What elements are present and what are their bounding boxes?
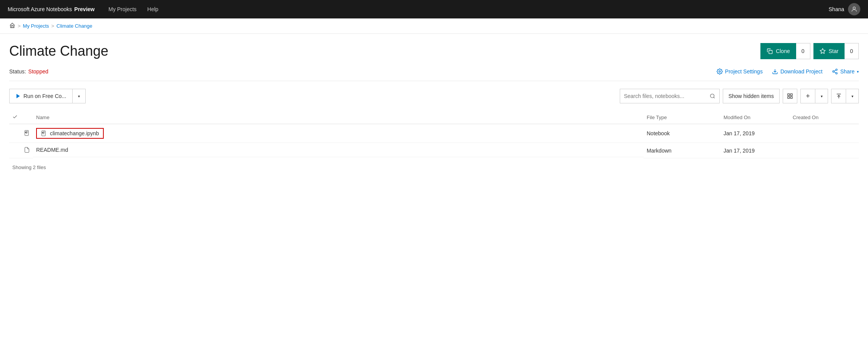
search-input[interactable] <box>624 93 707 99</box>
clone-button[interactable]: Clone <box>760 43 796 59</box>
avatar[interactable] <box>848 3 860 15</box>
show-hidden-button[interactable]: Show hidden items <box>723 89 780 103</box>
row1-modified: Jan 17, 2019 <box>720 124 790 143</box>
settings-icon <box>717 68 723 75</box>
breadcrumb: > My Projects > Climate Change <box>0 18 868 34</box>
star-count: 0 <box>845 43 859 59</box>
notebook-icon <box>24 130 30 136</box>
view-toggle-button[interactable] <box>783 89 797 103</box>
home-icon <box>9 22 15 28</box>
status-label: Status: <box>9 68 26 75</box>
share-link[interactable]: Share ▾ <box>832 68 859 75</box>
project-settings-link[interactable]: Project Settings <box>717 68 763 75</box>
topnav-user: Shana <box>829 3 860 15</box>
search-box[interactable] <box>620 89 720 103</box>
status-value: Stopped <box>28 68 48 75</box>
row1-filename: climatechange.ipynb <box>50 130 99 136</box>
svg-point-6 <box>833 71 834 72</box>
username: Shana <box>829 6 844 12</box>
svg-rect-13 <box>788 94 790 96</box>
svg-line-12 <box>714 97 715 98</box>
add-dropdown-button[interactable]: ▾ <box>815 89 828 103</box>
download-project-label: Download Project <box>780 68 823 75</box>
file-footer: Showing 2 files <box>9 158 859 176</box>
search-icon <box>710 93 715 99</box>
breadcrumb-my-projects[interactable]: My Projects <box>23 23 49 29</box>
svg-marker-10 <box>17 95 20 98</box>
check-icon <box>12 114 18 120</box>
upload-dropdown-button[interactable]: ▾ <box>846 89 859 103</box>
add-split-button: + ▾ <box>800 89 828 103</box>
clone-count: 0 <box>796 43 810 59</box>
add-button[interactable]: + <box>800 89 815 103</box>
title-row: Climate Change Clone 0 Star 0 <box>9 43 859 59</box>
col-name-header: Name <box>33 111 644 124</box>
svg-rect-23 <box>42 131 45 136</box>
star-icon <box>820 48 826 54</box>
svg-rect-18 <box>25 130 28 135</box>
status-info: Status: Stopped <box>9 68 48 75</box>
col-modified-header: Modified On <box>720 111 790 124</box>
clone-icon <box>767 48 773 54</box>
col-filetype-header: File Type <box>644 111 720 124</box>
download-project-link[interactable]: Download Project <box>772 68 823 75</box>
topnav: Microsoft Azure Notebooks Preview My Pro… <box>0 0 868 18</box>
star-button[interactable]: Star <box>813 43 845 59</box>
svg-rect-14 <box>790 94 792 96</box>
svg-point-0 <box>853 7 855 9</box>
project-settings-label: Project Settings <box>725 68 763 75</box>
share-icon <box>832 68 838 75</box>
row2-created <box>790 143 859 158</box>
run-button[interactable]: Run on Free Co... <box>9 89 73 103</box>
run-chevron-icon: ▾ <box>78 94 80 98</box>
row2-filename: README.md <box>36 147 68 153</box>
row1-name: climatechange.ipynb <box>33 124 644 143</box>
share-label: Share <box>840 68 855 75</box>
svg-point-11 <box>710 94 714 98</box>
nav-my-projects[interactable]: My Projects <box>108 6 136 12</box>
breadcrumb-home[interactable] <box>9 22 15 30</box>
download-icon <box>772 68 778 75</box>
table-row[interactable]: climatechange.ipynb Notebook Jan 17, 201… <box>9 124 859 143</box>
notebook-file-icon <box>41 130 47 136</box>
toolbar-left: Run on Free Co... ▾ <box>9 89 86 103</box>
col-created-header: Created On <box>790 111 859 124</box>
breadcrumb-sep-1: > <box>18 23 21 29</box>
title-actions: Clone 0 Star 0 <box>760 43 859 59</box>
breadcrumb-sep-2: > <box>51 23 55 29</box>
user-icon <box>851 6 858 13</box>
file-table: Name File Type Modified On Created On <box>9 111 859 158</box>
file-icon <box>24 147 30 153</box>
brand-preview: Preview <box>74 6 95 12</box>
play-icon <box>16 94 20 98</box>
row2-filetype: Markdown <box>644 143 720 158</box>
upload-button[interactable] <box>831 89 846 103</box>
status-row: Status: Stopped Project Settings Downloa… <box>9 68 859 81</box>
page-title: Climate Change <box>9 43 108 59</box>
svg-point-3 <box>719 71 720 72</box>
svg-rect-1 <box>769 50 772 54</box>
upload-chevron-icon: ▾ <box>851 94 853 98</box>
main-content: Climate Change Clone 0 Star 0 Status: St… <box>0 34 868 183</box>
run-label: Run on Free Co... <box>23 93 66 99</box>
svg-rect-22 <box>25 132 27 133</box>
share-chevron: ▾ <box>857 70 859 74</box>
breadcrumb-current: Climate Change <box>56 23 92 29</box>
svg-point-5 <box>836 69 837 70</box>
svg-line-8 <box>834 72 836 73</box>
svg-rect-16 <box>790 96 792 98</box>
run-dropdown-button[interactable]: ▾ <box>73 89 86 103</box>
row2-checkbox <box>9 143 21 158</box>
clone-label: Clone <box>776 48 790 54</box>
status-actions: Project Settings Download Project Share … <box>717 68 859 75</box>
svg-point-7 <box>836 73 837 74</box>
toolbar: Run on Free Co... ▾ Show hidden items + <box>9 89 859 103</box>
table-row[interactable]: README.md Markdown Jan 17, 2019 <box>9 143 859 158</box>
nav-help[interactable]: Help <box>147 6 158 12</box>
upload-split-button: ▾ <box>831 89 859 103</box>
svg-line-9 <box>834 70 836 71</box>
svg-marker-2 <box>820 48 825 53</box>
row1-checkbox <box>9 124 21 143</box>
svg-rect-27 <box>42 132 43 133</box>
upload-icon <box>836 93 842 99</box>
